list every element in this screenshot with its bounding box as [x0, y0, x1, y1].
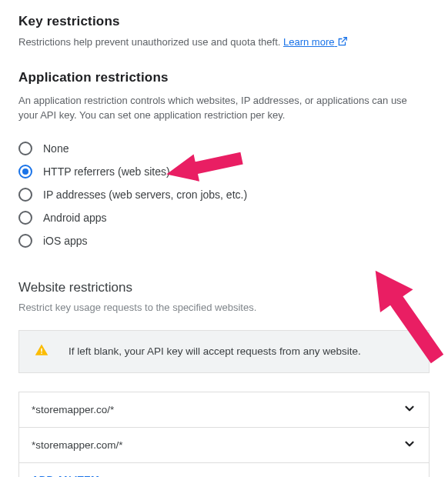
- radio-ip-addresses[interactable]: IP addresses (web servers, cron jobs, et…: [18, 183, 430, 206]
- app-restrictions-radio-group: None HTTP referrers (web sites) IP addre…: [18, 137, 430, 252]
- radio-label: Android apps: [43, 212, 107, 224]
- app-restrictions-desc: An application restriction controls whic…: [18, 93, 423, 123]
- radio-label: HTTP referrers (web sites): [43, 165, 170, 178]
- radio-android-apps[interactable]: Android apps: [18, 206, 430, 229]
- referrer-row[interactable]: *storemapper.com/*: [19, 427, 429, 462]
- website-restrictions-desc: Restrict key usage requests to the speci…: [18, 302, 430, 313]
- referrer-value: *storemapper.co/*: [32, 404, 114, 415]
- notice-text: If left blank, your API key will accept …: [69, 345, 361, 357]
- radio-label: iOS apps: [43, 235, 88, 247]
- key-restrictions-desc: Restrictions help prevent unauthorized u…: [18, 35, 430, 52]
- add-item-button[interactable]: ADD AN ITEM: [19, 462, 429, 477]
- radio-icon: [18, 211, 32, 225]
- radio-label: None: [43, 142, 69, 155]
- svg-rect-0: [41, 349, 42, 352]
- radio-none[interactable]: None: [18, 137, 430, 160]
- learn-more-link[interactable]: Learn more: [283, 36, 348, 48]
- chevron-down-icon: [403, 402, 416, 418]
- app-restrictions-title: Application restrictions: [18, 70, 430, 85]
- svg-rect-1: [41, 352, 42, 354]
- radio-icon: [18, 234, 32, 248]
- radio-icon: [18, 165, 32, 178]
- referrer-list: *storemapper.co/* *storemapper.com/* ADD…: [18, 392, 430, 477]
- radio-icon: [18, 188, 32, 202]
- referrer-value: *storemapper.com/*: [32, 439, 123, 451]
- learn-more-label: Learn more: [283, 36, 334, 48]
- warning-icon: [35, 343, 48, 360]
- radio-ios-apps[interactable]: iOS apps: [18, 229, 430, 252]
- chevron-down-icon: [403, 437, 416, 453]
- referrer-row[interactable]: *storemapper.co/*: [19, 392, 429, 427]
- radio-http-referrers[interactable]: HTTP referrers (web sites): [18, 160, 430, 183]
- key-restrictions-title: Key restrictions: [18, 14, 430, 29]
- external-link-icon: [337, 36, 348, 52]
- radio-label: IP addresses (web servers, cron jobs, et…: [43, 188, 247, 201]
- add-item-label: ADD AN ITEM: [32, 474, 99, 477]
- website-restrictions-title: Website restrictions: [18, 280, 430, 295]
- blank-notice: If left blank, your API key will accept …: [18, 330, 430, 373]
- radio-icon: [18, 142, 32, 155]
- key-restrictions-desc-text: Restrictions help prevent unauthorized u…: [18, 36, 283, 48]
